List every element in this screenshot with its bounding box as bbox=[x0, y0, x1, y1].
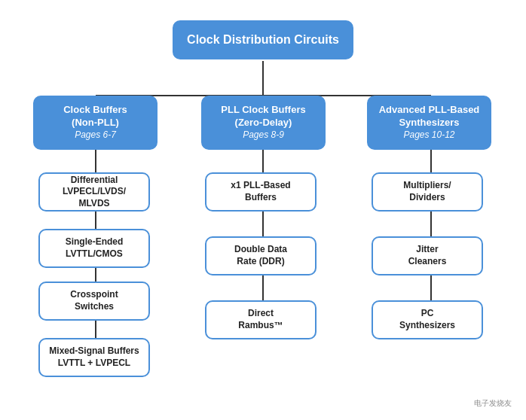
child-c2: Double DataRate (DDR) bbox=[205, 236, 317, 275]
title-text: Clock Distribution Circuits bbox=[187, 32, 339, 48]
child-l2: Single-EndedLVTTL/CMOS bbox=[38, 229, 150, 268]
child-c3: DirectRambus™ bbox=[205, 300, 317, 339]
child-r3: PCSynthesizers bbox=[372, 300, 483, 339]
child-c1: x1 PLL-BasedBuffers bbox=[205, 172, 317, 212]
mid-right-label: Advanced PLL-BasedSynthesizers bbox=[379, 104, 480, 129]
diagram: Clock Distribution Circuits Clock Buffer… bbox=[7, 7, 519, 413]
mid-left-box: Clock Buffers(Non-PLL) Pages 6-7 bbox=[33, 96, 157, 150]
mid-center-box: PLL Clock Buffers(Zero-Delay) Pages 8-9 bbox=[201, 96, 326, 150]
child-l1: DifferentialLVPECL/LVDS/MLVDS bbox=[38, 172, 150, 212]
mid-center-pages: Pages 8-9 bbox=[221, 129, 305, 142]
child-l4: Mixed-Signal BuffersLVTTL + LVPECL bbox=[38, 338, 150, 377]
mid-center-label: PLL Clock Buffers(Zero-Delay) bbox=[221, 104, 305, 129]
mid-left-label: Clock Buffers(Non-PLL) bbox=[63, 104, 127, 129]
watermark: 电子发烧友 bbox=[474, 398, 512, 409]
top-box: Clock Distribution Circuits bbox=[173, 20, 353, 59]
child-r1: Multipliers/Dividers bbox=[372, 172, 483, 212]
mid-right-pages: Pages 10-12 bbox=[379, 129, 480, 142]
mid-left-pages: Pages 6-7 bbox=[63, 129, 127, 142]
mid-right-box: Advanced PLL-BasedSynthesizers Pages 10-… bbox=[367, 96, 491, 150]
child-r2: JitterCleaners bbox=[372, 236, 483, 275]
child-l3: CrosspointSwitches bbox=[38, 282, 150, 321]
